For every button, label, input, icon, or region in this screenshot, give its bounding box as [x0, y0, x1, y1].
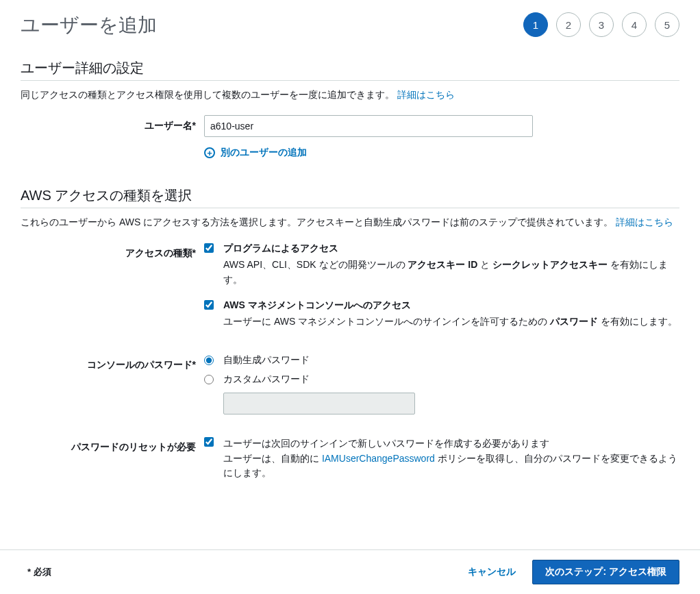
step-5[interactable]: 5	[655, 12, 679, 37]
username-label: ユーザー名*	[21, 115, 204, 132]
access-type-heading: AWS アクセスの種類を選択	[21, 186, 679, 205]
footer-bar: * 必須 キャンセル 次のステップ: アクセス権限	[0, 549, 700, 594]
access-type-desc-text: これらのユーザーから AWS にアクセスする方法を選択します。アクセスキーと自動…	[21, 216, 613, 227]
wizard-steps: 1 2 3 4 5	[523, 12, 679, 37]
custom-password-radio[interactable]	[204, 375, 214, 384]
divider	[21, 80, 679, 81]
iam-policy-link[interactable]: IAMUserChangePassword	[322, 453, 435, 464]
next-step-button[interactable]: 次のステップ: アクセス権限	[532, 560, 679, 584]
step-4[interactable]: 4	[622, 12, 647, 37]
user-details-desc-text: 同じアクセスの種類とアクセス権限を使用して複数のユーザーを一度に追加できます。	[21, 89, 395, 100]
access-type-label: アクセスの種類*	[21, 243, 204, 260]
programmatic-access-checkbox[interactable]	[204, 243, 214, 253]
password-reset-desc: ユーザーは次回のサインインで新しいパスワードを作成する必要があります ユーザーは…	[223, 436, 679, 481]
page-title: ユーザーを追加	[21, 12, 157, 38]
step-2[interactable]: 2	[556, 12, 581, 37]
access-type-desc: これらのユーザーから AWS にアクセスする方法を選択します。アクセスキーと自動…	[21, 216, 679, 229]
user-details-desc: 同じアクセスの種類とアクセス権限を使用して複数のユーザーを一度に追加できます。 …	[21, 89, 679, 101]
divider	[21, 208, 679, 208]
add-another-user-label: 別のユーザーの追加	[221, 147, 307, 159]
add-another-user-link[interactable]: + 別のユーザーの追加	[204, 147, 679, 159]
console-access-title: AWS マネジメントコンソールへのアクセス	[223, 299, 679, 312]
required-note: * 必須	[27, 566, 51, 578]
learn-more-link-2[interactable]: 詳細はこちら	[616, 216, 673, 227]
cancel-button[interactable]: キャンセル	[468, 566, 516, 578]
programmatic-access-desc: AWS API、CLI、SDK などの開発ツールの アクセスキー ID と シー…	[223, 258, 679, 287]
programmatic-access-title: プログラムによるアクセス	[223, 243, 679, 255]
auto-password-label: 自動生成パスワード	[223, 354, 310, 367]
custom-password-label: カスタムパスワード	[223, 373, 310, 386]
password-reset-label: パスワードのリセットが必要	[21, 436, 204, 454]
console-password-label: コンソールのパスワード*	[21, 354, 204, 371]
step-3[interactable]: 3	[589, 12, 614, 37]
user-details-heading: ユーザー詳細の設定	[21, 59, 679, 77]
console-access-checkbox[interactable]	[204, 300, 214, 310]
step-1[interactable]: 1	[523, 12, 548, 37]
plus-icon: +	[204, 147, 215, 158]
password-reset-checkbox[interactable]	[204, 437, 214, 447]
username-input[interactable]	[204, 115, 533, 137]
learn-more-link[interactable]: 詳細はこちら	[397, 89, 455, 100]
auto-password-radio[interactable]	[204, 356, 214, 365]
console-access-desc: ユーザーに AWS マネジメントコンソールへのサインインを許可するための パスワ…	[223, 314, 679, 330]
custom-password-input	[223, 393, 415, 414]
